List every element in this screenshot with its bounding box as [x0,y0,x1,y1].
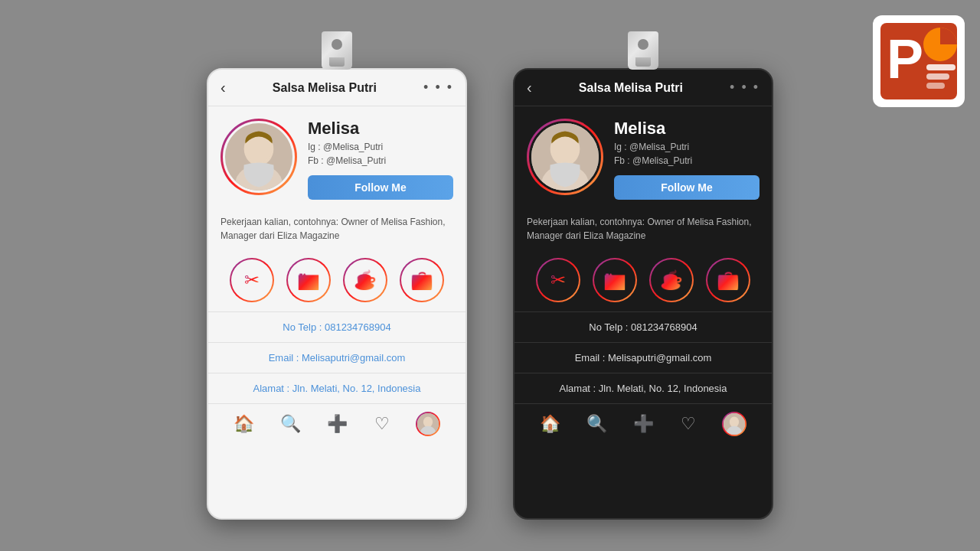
clip-bottom [329,57,345,67]
profile-info-light: Melisa Ig : @Melisa_Putri Fb : @Melisa_P… [308,119,453,200]
svg-point-12 [730,416,739,427]
nav-avatar-dark[interactable] [722,412,746,436]
icon-bag-light[interactable]: 💼 [400,258,444,302]
contact-phone-light: No Telp : 081234768904 [208,311,466,342]
icon-bag-dark[interactable]: 💼 [706,258,750,302]
top-bar-light: ‹ Salsa Melisa Putri • • • [208,70,466,106]
nav-avatar-light[interactable] [416,412,440,436]
svg-rect-20 [926,83,945,89]
avatar-inner-light [223,121,295,193]
icons-row-dark: ✂ 📷 ☕ 💼 [514,252,772,311]
icon-coffee-dark[interactable]: ☕ [649,258,694,302]
back-button-dark[interactable]: ‹ [527,79,532,96]
phone-wrapper-light: ‹ Salsa Melisa Putri • • • [207,31,467,520]
svg-rect-18 [926,64,956,70]
nav-add-dark[interactable]: ➕ [633,414,654,434]
icon-camera-light[interactable]: 📷 [286,258,331,302]
phone-card-dark: ‹ Salsa Melisa Putri • • • [513,68,773,520]
nav-home-light[interactable]: 🏠 [234,414,254,434]
page-title-light: Salsa Melisa Putri [273,81,377,95]
nav-add-light[interactable]: ➕ [327,414,348,434]
avatar-dark [527,119,603,195]
lanyard-clip-dark [620,31,666,70]
svg-text:P: P [887,28,923,90]
avatar-inner-dark [529,121,601,193]
nav-avatar-inner-dark [724,413,745,435]
nav-home-dark[interactable]: 🏠 [540,414,560,434]
profile-name-dark: Melisa [614,119,760,139]
bottom-nav-dark: 🏠 🔍 ➕ ♡ [514,403,772,444]
phone-card-light: ‹ Salsa Melisa Putri • • • [207,68,467,520]
profile-ig-dark: Ig : @Melisa_Putri [614,142,760,152]
powerpoint-logo: P [873,15,965,107]
profile-fb-dark: Fb : @Melisa_Putri [614,155,760,166]
bottom-nav-light: 🏠 🔍 ➕ ♡ [208,403,466,444]
contact-email-light: Email : Melisaputri@gmail.com [208,342,466,373]
svg-rect-19 [926,73,949,80]
icon-coffee-light[interactable]: ☕ [343,258,387,302]
clip-hole-dark [638,39,648,50]
follow-button-dark[interactable]: Follow Me [614,175,760,200]
bio-light: Pekerjaan kalian, contohnya: Owner of Me… [208,212,466,252]
icon-camera-dark[interactable]: 📷 [593,258,637,302]
profile-section-dark: Melisa Ig : @Melisa_Putri Fb : @Melisa_P… [514,106,772,212]
nav-heart-dark[interactable]: ♡ [681,414,696,434]
icon-scissors-light[interactable]: ✂ [230,258,274,302]
icon-scissors-dark[interactable]: ✂ [536,258,580,302]
clip-hole [332,39,342,50]
clip-body-dark [628,31,658,70]
top-bar-dark: ‹ Salsa Melisa Putri • • • [514,70,772,106]
profile-info-dark: Melisa Ig : @Melisa_Putri Fb : @Melisa_P… [614,119,760,200]
back-button-light[interactable]: ‹ [220,79,226,96]
contact-address-light: Alamat : Jln. Melati, No. 12, Indonesia [208,373,466,403]
main-container: ‹ Salsa Melisa Putri • • • [207,31,773,520]
follow-button-light[interactable]: Follow Me [308,175,453,200]
more-options-light[interactable]: • • • [423,80,453,96]
nav-search-dark[interactable]: 🔍 [586,414,607,434]
nav-search-light[interactable]: 🔍 [280,414,301,434]
nav-avatar-inner-light [417,413,439,435]
contact-phone-dark: No Telp : 081234768904 [514,311,772,342]
profile-fb-light: Fb : @Melisa_Putri [308,155,453,166]
page-title-dark: Salsa Melisa Putri [579,81,683,95]
phone-wrapper-dark: ‹ Salsa Melisa Putri • • • [513,31,773,520]
more-options-dark[interactable]: • • • [730,80,760,96]
lanyard-clip-light [314,31,360,70]
contact-email-dark: Email : Melisaputri@gmail.com [514,342,772,373]
nav-heart-light[interactable]: ♡ [374,414,390,434]
icons-row-light: ✂ 📷 ☕ 💼 [208,252,466,311]
svg-point-5 [423,416,433,427]
clip-body [322,31,352,70]
contact-address-dark: Alamat : Jln. Melati, No. 12, Indonesia [514,373,772,403]
profile-ig-light: Ig : @Melisa_Putri [308,142,453,152]
avatar-light [220,119,297,195]
clip-bottom-dark [635,57,651,67]
profile-name-light: Melisa [308,119,453,139]
bio-dark: Pekerjaan kalian, contohnya: Owner of Me… [514,212,772,252]
profile-section-light: Melisa Ig : @Melisa_Putri Fb : @Melisa_P… [208,106,466,212]
